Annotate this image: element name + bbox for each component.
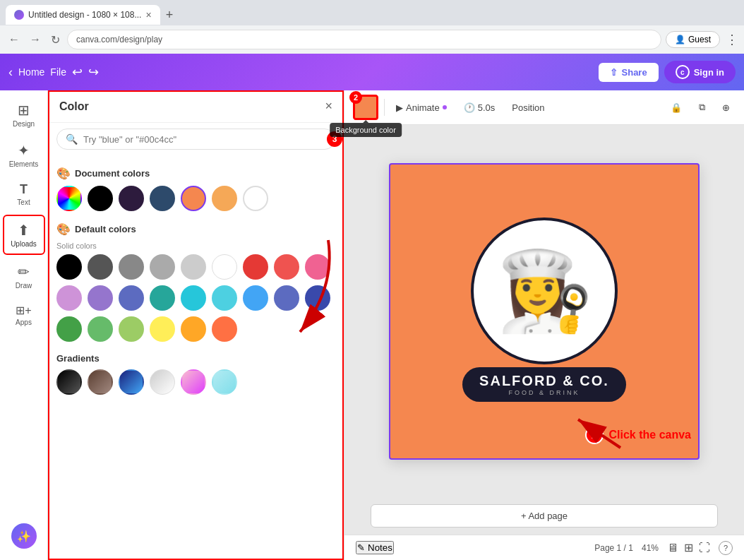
file-menu-button[interactable]: File <box>50 66 66 78</box>
sidebar-item-draw[interactable]: ✏ Draw <box>3 258 45 295</box>
sidebar-item-design[interactable]: ⊞ Design <box>3 96 45 133</box>
default-colors-title: 🎨 Default colors <box>56 222 335 236</box>
background-color-button[interactable]: 2 <box>353 95 378 120</box>
gradient-6[interactable] <box>212 369 237 395</box>
canvas-wrapper[interactable]: 👩‍🍳 SALFORD & CO. FOOD & DRINK 1 Click t… <box>344 125 744 497</box>
color-swatch-black[interactable] <box>88 186 113 211</box>
notes-button[interactable]: ✎ Notes <box>356 541 394 554</box>
fullscreen-button[interactable]: ⛶ <box>699 541 710 554</box>
logo-container: 👩‍🍳 SALFORD & CO. FOOD & DRINK <box>462 220 626 402</box>
toolbar-separator <box>384 99 385 116</box>
help-button[interactable]: ? <box>719 541 733 555</box>
chef-circle: 👩‍🍳 <box>474 220 615 362</box>
grid-view-button[interactable]: ⊞ <box>684 541 693 554</box>
back-nav-button[interactable]: ‹ <box>8 65 13 80</box>
bg-color-container: 2 Background color <box>353 95 378 120</box>
swatch-19[interactable] <box>56 316 82 342</box>
desktop-view-button[interactable]: 🖥 <box>667 541 678 554</box>
swatch-21[interactable] <box>119 316 144 342</box>
redo-button[interactable]: ↪ <box>88 64 99 80</box>
panel-close-button[interactable]: × <box>325 99 332 114</box>
swatch-13[interactable] <box>150 285 175 311</box>
swatch-15[interactable] <box>212 285 237 311</box>
animate-button[interactable]: ▶ Animate <box>390 100 452 116</box>
tab-close-button[interactable]: × <box>145 9 151 20</box>
sidebar-label-draw: Draw <box>16 282 32 290</box>
document-colors-label: Document colors <box>75 168 150 179</box>
gradient-3[interactable] <box>119 369 144 395</box>
swatch-11[interactable] <box>88 285 113 311</box>
swatch-1[interactable] <box>56 254 82 280</box>
gradient-5[interactable] <box>181 369 206 395</box>
swatch-10[interactable] <box>56 285 82 311</box>
chef-image: 👩‍🍳 <box>496 252 593 330</box>
copy-button[interactable]: ⧉ <box>693 99 711 116</box>
gradient-4[interactable] <box>150 369 175 395</box>
new-tab-button[interactable]: + <box>160 5 179 25</box>
color-swatch-orange[interactable] <box>181 186 206 211</box>
zoom-level[interactable]: 41% <box>642 543 659 553</box>
swatch-2[interactable] <box>88 254 113 280</box>
reload-button[interactable]: ↻ <box>48 30 63 49</box>
annotation-click-text: Click the canva <box>609 429 692 441</box>
swatch-7[interactable] <box>243 254 268 280</box>
sidebar-item-apps[interactable]: ⊞+ Apps <box>3 298 45 332</box>
swatch-23[interactable] <box>181 316 206 342</box>
swatch-6[interactable] <box>212 254 237 280</box>
position-button[interactable]: Position <box>506 100 550 116</box>
color-search-input[interactable] <box>83 134 326 145</box>
color-swatch-dark-purple[interactable] <box>119 186 144 211</box>
share-button[interactable]: ⇧ Share <box>599 63 659 82</box>
animate-dot <box>443 105 447 109</box>
color-swatch-white[interactable] <box>243 186 268 211</box>
brand-name: SALFORD & CO. <box>479 373 609 389</box>
address-text: canva.com/design/play <box>76 35 162 44</box>
home-nav-button[interactable]: Home <box>18 66 44 78</box>
canva-header: ‹ Home File ↩ ↪ ⇧ Share c Sign in <box>0 54 744 90</box>
brand-badge: SALFORD & CO. FOOD & DRINK <box>462 367 626 402</box>
color-swatch-light-orange[interactable] <box>212 186 237 211</box>
swatch-24[interactable] <box>212 316 237 342</box>
swatch-16[interactable] <box>243 285 268 311</box>
signin-button[interactable]: c Sign in <box>664 61 736 83</box>
back-button[interactable]: ← <box>6 30 23 49</box>
swatch-18[interactable] <box>305 285 330 311</box>
sidebar-item-text[interactable]: T Text <box>3 177 45 212</box>
gradient-1[interactable] <box>56 369 82 395</box>
animate-icon: ▶ <box>396 102 403 113</box>
color-swatch-rainbow[interactable] <box>56 186 82 211</box>
search-icon: 🔍 <box>66 133 78 145</box>
more-button[interactable]: ⊕ <box>716 100 736 116</box>
tab-title: Untitled design - 1080 × 108... <box>28 10 141 20</box>
address-bar[interactable]: canva.com/design/play <box>67 30 661 49</box>
color-swatch-dark-blue[interactable] <box>150 186 175 211</box>
gradient-2[interactable] <box>88 369 113 395</box>
sidebar-item-uploads[interactable]: ⬆ Uploads <box>3 215 45 255</box>
undo-button[interactable]: ↩ <box>72 64 83 80</box>
swatch-12[interactable] <box>119 285 144 311</box>
uploads-icon: ⬆ <box>18 222 30 239</box>
lock-button[interactable]: 🔒 <box>665 100 688 116</box>
swatch-14[interactable] <box>181 285 206 311</box>
sidebar-item-elements[interactable]: ✦ Elements <box>3 136 45 174</box>
design-icon: ⊞ <box>18 102 30 119</box>
sparkle-button[interactable]: ✨ <box>11 523 37 549</box>
forward-button[interactable]: → <box>27 30 44 49</box>
left-sidebar: ⊞ Design ✦ Elements T Text ⬆ Uploads ✏ D… <box>0 90 48 560</box>
design-canvas[interactable]: 👩‍🍳 SALFORD & CO. FOOD & DRINK 1 Click t… <box>389 163 700 460</box>
swatch-17[interactable] <box>274 285 299 311</box>
swatch-4[interactable] <box>150 254 175 280</box>
browser-controls: ← → ↻ canva.com/design/play 👤 Guest ⋮ <box>0 25 744 54</box>
browser-menu-button[interactable]: ⋮ <box>726 32 738 47</box>
swatch-3[interactable] <box>119 254 144 280</box>
guest-button[interactable]: 👤 Guest <box>666 31 720 48</box>
duration-button[interactable]: 🕐 5.0s <box>458 100 501 116</box>
swatch-8[interactable] <box>274 254 299 280</box>
swatch-22[interactable] <box>150 316 175 342</box>
add-page-button[interactable]: + Add page <box>371 504 717 528</box>
sidebar-label-text: Text <box>17 198 30 206</box>
swatch-5[interactable] <box>181 254 206 280</box>
swatch-9[interactable] <box>305 254 330 280</box>
active-tab[interactable]: Untitled design - 1080 × 108... × <box>6 5 160 25</box>
swatch-20[interactable] <box>88 316 113 342</box>
